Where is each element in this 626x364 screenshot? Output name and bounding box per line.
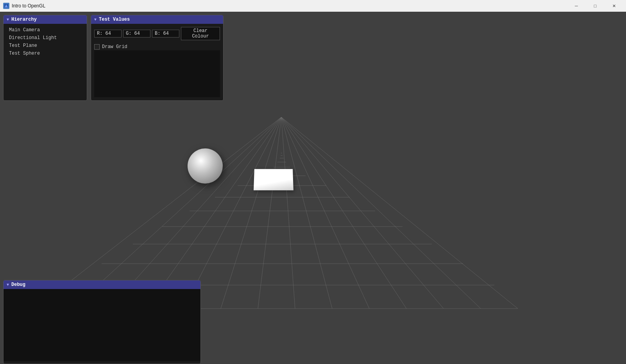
plane-object [254,169,293,190]
draw-grid-checkbox[interactable] [94,44,100,50]
hierarchy-item-test-sphere[interactable]: Test Sphere [4,50,87,57]
debug-panel-title: Debug [11,282,25,287]
viewport: ▼ Hierarchy Main Camera Directional Ligh… [0,12,626,364]
test-values-content-area [94,50,220,97]
window-controls: ─ □ ✕ [567,0,623,12]
svg-line-9 [281,117,332,309]
title-text: Intro to OpenGL [12,3,45,9]
test-values-body: Clear Colour Draw Grid [91,24,223,100]
maximize-button[interactable]: □ [586,0,604,12]
draw-grid-label: Draw Grid [102,44,127,50]
close-button[interactable]: ✕ [605,0,623,12]
hierarchy-panel-title: Hierarchy [11,17,37,22]
color-row: Clear Colour [94,27,220,40]
debug-collapse-arrow: ▼ [7,283,9,287]
hierarchy-panel-body: Main Camera Directional Light Test Plane… [4,24,87,60]
hierarchy-panel-header[interactable]: ▼ Hierarchy [4,15,87,24]
app-icon [3,3,9,9]
hierarchy-item-main-camera[interactable]: Main Camera [4,26,87,34]
svg-line-6 [221,117,281,309]
svg-line-12 [281,117,444,309]
svg-line-15 [281,117,518,309]
title-bar: Intro to OpenGL ─ □ ✕ [0,0,626,12]
debug-panel-header[interactable]: ▼ Debug [4,280,200,289]
debug-panel-body [4,289,200,361]
test-values-panel: ▼ Test Values Clear Colour Draw Grid [91,15,224,101]
svg-line-10 [281,117,369,309]
draw-grid-row: Draw Grid [94,43,220,50]
test-values-collapse-arrow: ▼ [94,18,97,22]
clear-colour-button[interactable]: Clear Colour [181,27,220,40]
svg-line-11 [281,117,406,309]
svg-line-13 [281,117,481,309]
g-field[interactable] [123,30,150,37]
svg-line-7 [258,117,281,309]
hierarchy-item-directional-light[interactable]: Directional Light [4,34,87,42]
r-field[interactable] [94,30,122,37]
test-values-panel-title: Test Values [99,17,130,22]
debug-panel: ▼ Debug [3,280,201,364]
hierarchy-panel: ▼ Hierarchy Main Camera Directional Ligh… [3,15,87,101]
sphere-object [188,148,223,184]
test-values-panel-header[interactable]: ▼ Test Values [91,15,223,24]
svg-line-8 [281,117,295,309]
minimize-button[interactable]: ─ [567,0,585,12]
b-field[interactable] [152,30,179,37]
hierarchy-collapse-arrow: ▼ [7,18,9,22]
hierarchy-item-test-plane[interactable]: Test Plane [4,42,87,50]
title-bar-left: Intro to OpenGL [3,3,45,9]
